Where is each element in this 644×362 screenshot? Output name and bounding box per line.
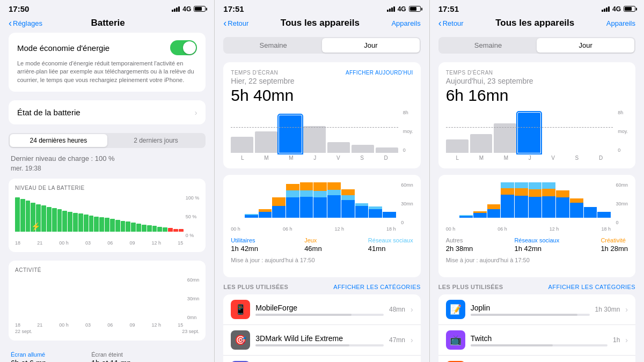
week-y-labels-2: 8h moy. 0 — [618, 110, 628, 153]
week-bars-1 — [231, 110, 398, 153]
st-label-1: TEMPS D'ÉCRAN — [231, 70, 278, 76]
activity-bars — [15, 277, 183, 314]
nav-action-2[interactable]: Appareils — [391, 19, 420, 27]
nav-back-1[interactable]: ‹ Réglages — [9, 18, 42, 28]
avg-line-1 — [231, 127, 398, 128]
segment-control-1[interactable]: Semaine Jour — [223, 37, 420, 54]
app-list-2: 📝 Joplin 1h 30mn › 📺 Twitch 1h › 🦁 — [438, 294, 635, 362]
app-item-twitch[interactable]: 📺 Twitch 1h › — [438, 325, 635, 356]
time-option-2d[interactable]: 2 derniers jours — [107, 134, 205, 147]
screentime-panel-1: 17:51 4G ‹ Retour Tous les appareils App… — [215, 0, 429, 362]
charging-icon: ⚡ — [31, 222, 40, 231]
st-link-1[interactable]: AFFICHER AUJOURD'HUI — [346, 70, 413, 76]
category-legend-1: Utilitaires 1h 42mn Jeux 46mn Réseaux so… — [231, 237, 413, 253]
segment-week-1[interactable]: Semaine — [224, 38, 322, 53]
status-bar-2: 17:51 4G — [215, 0, 429, 16]
hourly-x-labels-1: 00 h 06 h 12 h 18 h — [231, 226, 396, 232]
segment-week-2[interactable]: Semaine — [440, 38, 537, 53]
cat-value-reseaux-2: 1h 42mn — [514, 245, 559, 253]
time-selector[interactable]: 24 dernières heures 2 derniers jours — [9, 133, 206, 148]
status-time-3: 17:51 — [438, 4, 459, 13]
screentime-panel-2: 17:51 4G ‹ Retour Tous les appareils App… — [430, 0, 644, 362]
activity-x-labels: 18 21 00 h 03 06 09 12 h 15 — [15, 322, 183, 328]
st-section-2: TEMPS D'ÉCRAN Aujourd'hui, 23 septembre … — [438, 62, 635, 168]
nav-bar-1: ‹ Réglages Batterie — [0, 16, 214, 33]
cat-value-reseaux: 41mn — [368, 245, 413, 253]
cat-label-reseaux-2: Réseaux sociaux — [514, 237, 559, 243]
screen-off-value: 1h et 11 mn — [91, 359, 131, 362]
nav-action-3[interactable]: Appareils — [606, 19, 635, 27]
nav-back-label-1[interactable]: Réglages — [13, 19, 42, 27]
battery-state-card[interactable]: État de la batterie › — [9, 100, 206, 124]
week-chart-2: 8h moy. 0 — [446, 110, 628, 153]
nav-bar-2: ‹ Retour Tous les appareils Appareils — [215, 16, 429, 33]
app-item-genshin[interactable]: 🎮 Genshin Impact 46mn › — [223, 356, 420, 362]
activity-bar-chart: 60mn 30mn 0mn — [15, 277, 199, 320]
cat-jeux: Jeux 46mn — [304, 237, 322, 253]
st-duration-2: 6h 16mn — [446, 86, 628, 105]
status-time-1: 17:50 — [9, 4, 29, 13]
app-name-mobileforge: MobileForge — [255, 304, 384, 312]
app-item-brave[interactable]: 🦁 Brave Browser 50mn › — [438, 356, 635, 362]
week-x-labels-1: L M M J V S D — [231, 155, 398, 161]
app-name-twitch: Twitch — [471, 334, 608, 343]
battery-state-label: État de la batterie — [17, 108, 80, 117]
segment-control-2[interactable]: Semaine Jour — [438, 37, 635, 54]
battery-bar-chart: 100 % 50 % 0 % — [15, 195, 199, 238]
battery-content: Mode économie d'énergie Le mode économie… — [0, 33, 214, 362]
apps-link-2[interactable]: AFFICHER LES CATÉGORIES — [548, 284, 635, 290]
battery-y-labels: 100 % 50 % 0 % — [186, 195, 200, 238]
battery-icon-1 — [194, 6, 206, 12]
cat-value-creativite: 1h 28mn — [601, 245, 628, 253]
cat-value-autres: 2h 38mn — [446, 245, 473, 253]
screentime-content-2: Semaine Jour TEMPS D'ÉCRAN Aujourd'hui, … — [430, 33, 644, 362]
app-item-3dmark[interactable]: 🎯 3DMark Wild Life Extreme 47mn › — [223, 325, 420, 356]
nav-bar-3: ‹ Retour Tous les appareils Appareils — [430, 16, 644, 33]
segment-day-1[interactable]: Jour — [322, 38, 420, 53]
segment-day-2[interactable]: Jour — [537, 38, 634, 53]
cat-label-reseaux: Réseaux sociaux — [368, 237, 413, 243]
battery-x-labels: 18 21 00 h 03 06 09 12 h 15 — [15, 240, 183, 246]
app-icon-mobileforge: 📱 — [231, 300, 250, 319]
time-option-24h[interactable]: 24 dernières heures — [10, 134, 107, 147]
network-type-3: 4G — [612, 5, 621, 13]
app-item-mobileforge[interactable]: 📱 MobileForge 48mn › — [223, 294, 420, 325]
week-x-labels-2: L M M J V S D — [446, 155, 613, 161]
hourly-chart-2: 60mn 30mn 0 — [446, 182, 628, 225]
cat-utilitaires: Utilitaires 1h 42mn — [231, 237, 258, 253]
battery-icon-3 — [624, 6, 635, 12]
status-icons-3: 4G — [602, 5, 635, 13]
cat-value-jeux: 46mn — [304, 245, 322, 253]
activity-chart-container: ACTIVITÉ 60mn 30mn 0mn — [9, 261, 206, 341]
nav-back-label-3[interactable]: Retour — [443, 19, 464, 27]
cat-reseaux-2: Réseaux sociaux 1h 42mn — [514, 237, 559, 253]
battery-mode-label: Mode économie d'énergie — [17, 43, 109, 53]
week-bars-2 — [446, 110, 613, 153]
battery-mode-toggle[interactable] — [170, 40, 197, 55]
st-date-1: Hier, 22 septembre — [231, 77, 413, 85]
status-icons-1: 4G — [172, 5, 206, 13]
avg-line-2 — [446, 127, 613, 128]
nav-back-3[interactable]: ‹ Retour — [438, 18, 464, 28]
app-item-joplin[interactable]: 📝 Joplin 1h 30mn › — [438, 294, 635, 325]
cat-value-utilitaires: 1h 42mn — [231, 245, 258, 253]
nav-title-1: Batterie — [42, 18, 173, 28]
nav-back-2[interactable]: ‹ Retour — [223, 18, 248, 28]
status-icons-2: 4G — [387, 5, 421, 13]
app-time-mobileforge: 48mn — [389, 306, 405, 313]
app-icon-twitch: 📺 — [446, 330, 465, 350]
week-chart-1: 8h moy. 0 — [231, 110, 413, 153]
cat-label-autres: Autres — [446, 237, 473, 243]
battery-chart-container: NIVEAU DE LA BATTERIE 100 % 50 % 0 % — [9, 179, 206, 252]
signal-icon-1 — [172, 6, 180, 12]
cat-label-utilitaires: Utilitaires — [231, 237, 258, 243]
apps-link-1[interactable]: AFFICHER LES CATÉGORIES — [333, 284, 420, 290]
status-bar-1: 17:50 4G — [0, 0, 214, 16]
hourly-bars-1 — [231, 182, 396, 218]
st-duration-1: 5h 40mn — [231, 86, 413, 105]
st-date-2: Aujourd'hui, 23 septembre — [446, 77, 628, 85]
screen-stats: Écran allumé 6h et 6 mn Écran éteint 1h … — [9, 349, 206, 362]
nav-back-label-2[interactable]: Retour — [228, 19, 248, 27]
nav-title-3: Tous les appareils — [464, 18, 606, 28]
app-name-joplin: Joplin — [471, 304, 590, 312]
